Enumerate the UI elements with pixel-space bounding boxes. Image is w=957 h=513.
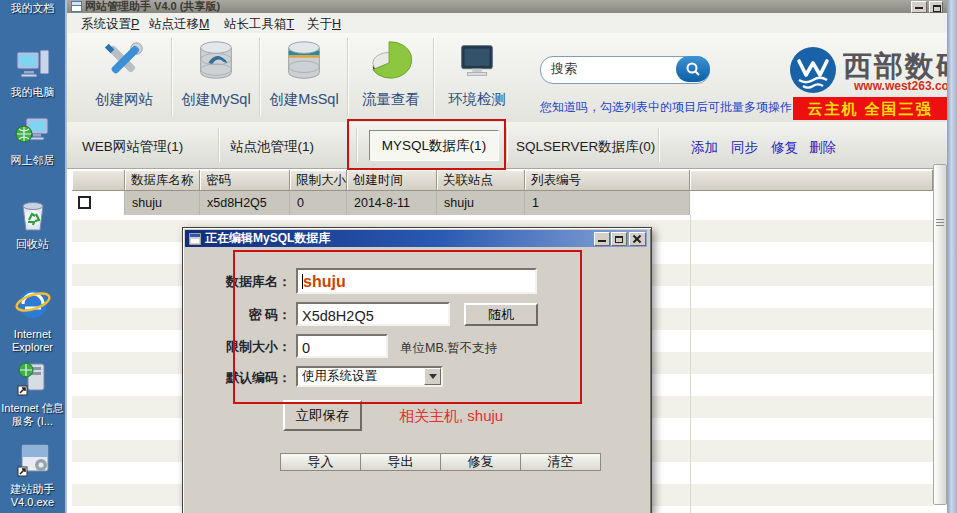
toolbar-label: 创建MySql bbox=[174, 90, 258, 109]
west263-logo-icon bbox=[789, 46, 837, 94]
search-icon bbox=[684, 60, 702, 78]
table-row[interactable]: shuju x5d8H2Q5 0 2014-8-11 13:1... shuju… bbox=[72, 191, 933, 215]
minimize-icon bbox=[598, 240, 606, 242]
dialog-minimize-button[interactable] bbox=[594, 232, 610, 246]
toolbar-create-mysql-button[interactable]: 创建MySql bbox=[174, 38, 258, 118]
toolbar-create-mssql-button[interactable]: 创建MsSql bbox=[262, 38, 346, 118]
related-host-text: 相关主机, shuju bbox=[399, 407, 503, 426]
random-password-button[interactable]: 随机 bbox=[464, 303, 538, 326]
tab-sqlserver-database[interactable]: SQLSERVER数据库(0) bbox=[516, 138, 655, 156]
tab-mysql-database[interactable]: MYSQL数据库(1) bbox=[369, 130, 499, 161]
toolbar-separator bbox=[171, 38, 173, 116]
tab-separator bbox=[506, 128, 508, 162]
maximize-button[interactable] bbox=[929, 1, 943, 13]
desktop-label: Internet Explorer bbox=[0, 328, 65, 354]
desktop-label: Internet 信息服务 (I... bbox=[0, 402, 65, 428]
password-input[interactable]: X5d8H2Q5 bbox=[296, 302, 450, 326]
brand-url[interactable]: www.west263.com bbox=[854, 79, 957, 93]
desktop-item-iis[interactable]: Internet 信息服务 (I... bbox=[0, 360, 65, 428]
tab-separator bbox=[356, 128, 358, 162]
table-header-checkbox[interactable] bbox=[72, 170, 125, 191]
table-header-related-site[interactable]: 关联站点 bbox=[437, 170, 525, 191]
monitor-icon bbox=[454, 38, 500, 84]
toolbar-separator bbox=[433, 38, 435, 116]
table-header-size-limit[interactable]: 限制大小 bbox=[290, 170, 347, 191]
desktop-item-internet-explorer[interactable]: Internet Explorer bbox=[0, 284, 65, 354]
desktop-label: 我的电脑 bbox=[0, 86, 65, 99]
app-window-icon bbox=[71, 1, 82, 12]
computer-icon bbox=[0, 44, 65, 86]
desktop-item-network[interactable]: 网上邻居 bbox=[0, 112, 65, 167]
desktop-label: 建站助手 V4.0.exe bbox=[0, 483, 65, 509]
action-delete-link[interactable]: 删除 bbox=[809, 139, 836, 157]
desktop-label: 网上邻居 bbox=[0, 154, 65, 167]
scrollbar-grip-icon bbox=[934, 219, 946, 226]
vertical-scrollbar[interactable] bbox=[933, 164, 947, 505]
action-add-link[interactable]: 添加 bbox=[691, 139, 718, 157]
table-header-db-name[interactable]: 数据库名称 bbox=[125, 170, 200, 191]
minimize-icon bbox=[915, 7, 923, 9]
encoding-dropdown-button[interactable] bbox=[424, 368, 441, 385]
menu-webmaster-toolbox[interactable]: 站长工具箱T bbox=[224, 16, 294, 33]
repair-button[interactable]: 修复 bbox=[440, 453, 521, 471]
toolbar-separator bbox=[259, 38, 261, 116]
tab-separator bbox=[658, 128, 660, 162]
row-checkbox-cell bbox=[72, 191, 125, 215]
tab-site-pool-management[interactable]: 站点池管理(1) bbox=[230, 138, 314, 156]
import-button[interactable]: 导入 bbox=[280, 453, 361, 471]
table-header-list-number[interactable]: 列表编号 bbox=[525, 170, 690, 191]
clear-button[interactable]: 清空 bbox=[520, 453, 601, 471]
cell-list-number: 1 bbox=[525, 191, 690, 215]
window-title: 网站管理助手 V4.0 (共享版) bbox=[85, 0, 220, 12]
network-icon bbox=[0, 112, 65, 154]
tab-web-site-management[interactable]: WEB网站管理(1) bbox=[82, 138, 183, 156]
encoding-value: 使用系统设置 bbox=[298, 368, 441, 385]
cell-db-name: shuju bbox=[125, 191, 200, 215]
search-button[interactable] bbox=[676, 56, 710, 82]
dialog-close-button[interactable] bbox=[629, 232, 646, 246]
app-shortcut-icon bbox=[0, 441, 65, 483]
toolbar-environment-check-button[interactable]: 环境检测 bbox=[436, 38, 518, 118]
db-name-input[interactable]: shuju bbox=[296, 268, 537, 294]
menu-about[interactable]: 关于H bbox=[307, 16, 341, 33]
toolbar-create-website-button[interactable]: 创建网站 bbox=[78, 38, 170, 118]
menu-site-migration[interactable]: 站点迁移M bbox=[149, 16, 209, 33]
window-right-border bbox=[947, 0, 957, 513]
db-name-label: 数据库名： bbox=[226, 273, 291, 291]
minimize-button[interactable] bbox=[911, 1, 927, 13]
action-repair-link[interactable]: 修复 bbox=[771, 139, 798, 157]
close-icon bbox=[630, 233, 645, 245]
desktop-item-my-computer[interactable]: 我的电脑 bbox=[0, 44, 65, 99]
recycle-bin-icon bbox=[0, 196, 65, 238]
table-column-divider bbox=[690, 215, 691, 513]
cell-related-site: shuju bbox=[437, 191, 525, 215]
menu-system-settings[interactable]: 系统设置P bbox=[81, 16, 139, 33]
maximize-icon bbox=[933, 5, 941, 12]
table-header-create-time[interactable]: 创建时间 bbox=[347, 170, 437, 191]
dialog-maximize-button[interactable] bbox=[611, 232, 627, 246]
search-input[interactable]: 搜索 bbox=[540, 56, 710, 84]
action-sync-link[interactable]: 同步 bbox=[731, 139, 758, 157]
table-header-password[interactable]: 密码 bbox=[200, 170, 290, 191]
size-limit-label: 限制大小： bbox=[226, 338, 291, 356]
encoding-select[interactable]: 使用系统设置 bbox=[296, 366, 443, 387]
size-limit-input[interactable]: 0 bbox=[296, 334, 388, 358]
row-checkbox[interactable] bbox=[78, 196, 91, 209]
tab-separator bbox=[218, 128, 220, 162]
password-value: X5d8H2Q5 bbox=[302, 308, 374, 324]
menubar: 系统设置P 站点迁移M 站长工具箱T 关于H bbox=[67, 13, 947, 34]
cell-create-time: 2014-8-11 13:1... bbox=[347, 191, 437, 215]
dialog-window-icon bbox=[189, 233, 201, 245]
desktop-item-recycle-bin[interactable]: 回收站 bbox=[0, 196, 65, 251]
save-now-button[interactable]: 立即保存 bbox=[283, 400, 362, 431]
cell-size-limit: 0 bbox=[290, 191, 347, 215]
ad-banner[interactable]: 云主机 全国三强 bbox=[793, 97, 947, 120]
toolbar-traffic-view-button[interactable]: 流量查看 bbox=[350, 38, 432, 118]
toolbar-label: 流量查看 bbox=[350, 90, 432, 109]
encoding-label: 默认编码： bbox=[226, 369, 291, 387]
desktop-item-site-builder-app[interactable]: 建站助手 V4.0.exe bbox=[0, 441, 65, 509]
desktop-item-my-documents[interactable]: 我的文档 bbox=[0, 2, 65, 15]
export-button[interactable]: 导出 bbox=[360, 453, 441, 471]
table-header-empty bbox=[690, 170, 933, 191]
toolbar-label: 环境检测 bbox=[436, 90, 518, 109]
